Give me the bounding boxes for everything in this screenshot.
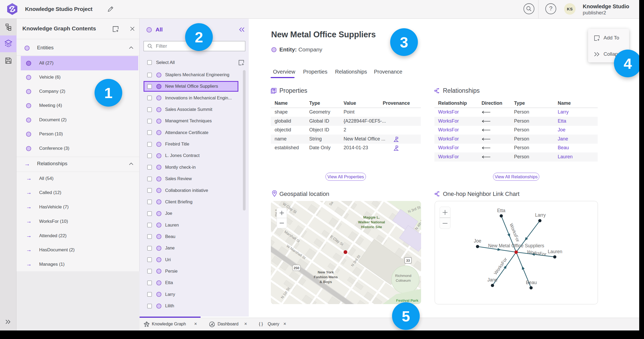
svg-text:Beau: Beau — [526, 280, 537, 285]
svg-text:Maggie L.: Maggie L. — [363, 215, 380, 219]
svg-text:250: 250 — [294, 266, 299, 270]
svg-text:Walker National: Walker National — [358, 220, 385, 224]
svg-text:Fashion Mens: Fashion Mens — [314, 275, 338, 279]
svg-text:Richmond: Richmond — [395, 274, 411, 278]
svg-text:Jane: Jane — [487, 277, 498, 282]
svg-text:Lauren: Lauren — [548, 249, 563, 254]
svg-text:New Metal Office Suppliers: New Metal Office Suppliers — [488, 243, 544, 248]
svg-text:33: 33 — [406, 259, 410, 263]
svg-text:Larry: Larry — [535, 212, 546, 218]
svg-text:Etta: Etta — [497, 208, 505, 213]
svg-text:Coliseum: Coliseum — [396, 279, 411, 282]
svg-text:New York: New York — [318, 270, 334, 274]
svg-text:Joe: Joe — [474, 238, 481, 244]
svg-text:Historic Site: Historic Site — [361, 225, 382, 229]
svg-text:Festival Park: Festival Park — [396, 298, 418, 302]
svg-text:& Boys: & Boys — [320, 280, 332, 284]
